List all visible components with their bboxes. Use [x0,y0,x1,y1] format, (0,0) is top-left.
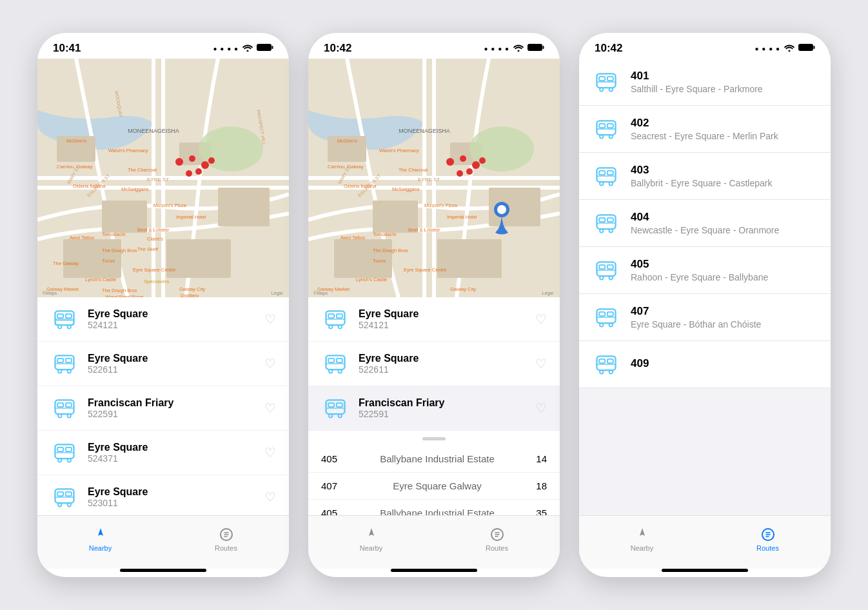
departure-item[interactable]: 407 Eyre Square Galway 18 [308,473,560,500]
stop-name: Eyre Square [88,442,255,453]
svg-rect-142 [328,359,334,362]
wifi-icon [784,44,794,54]
route-info: 404 Newcastle - Eyre Square - Oranmore [631,211,818,235]
route-number: 409 [631,357,818,370]
svg-text:Claire's: Claire's [147,236,163,242]
svg-rect-61 [66,359,72,362]
svg-rect-53 [57,314,63,318]
svg-text:Awol Tattoo: Awol Tattoo [70,235,95,241]
svg-rect-192 [599,359,605,363]
route-info: 409 [631,357,818,371]
svg-point-182 [600,276,603,279]
time-1: 10:41 [53,42,81,55]
favorite-button[interactable]: ♡ [264,489,276,505]
svg-point-111 [457,170,463,177]
tab-nearby-label: Nearby [631,544,653,552]
svg-text:Legal: Legal [542,291,554,296]
stop-item[interactable]: Eyre Square 524121 ♡ [37,297,289,342]
favorite-button[interactable]: ♡ [264,311,276,327]
favorite-button[interactable]: ♡ [264,445,276,460]
svg-rect-149 [337,403,342,407]
route-item[interactable]: 404 Newcastle - Eyre Square - Oranmore [579,200,831,247]
status-icons-1: ● ● ● ● [213,43,274,54]
map-1[interactable]: MONEENAGEISHA EYRE ST EGLINTON ST MARY S… [37,59,289,297]
route-item[interactable]: 407 Eyre Square - Bóthar an Chóiste [579,294,831,341]
stop-item[interactable]: Franciscan Friary 522591 ♡ [37,386,289,431]
tab-routes[interactable]: Routes [434,527,560,558]
stop-item[interactable]: Eyre Square 524371 ♡ [37,431,289,475]
favorite-button[interactable]: ♡ [535,400,547,416]
svg-text:EYRE ST: EYRE ST [147,177,169,182]
svg-text:Awol Tattoo: Awol Tattoo [340,235,366,241]
stop-item[interactable]: Eyre Square 522611 ♡ [37,342,289,386]
route-item[interactable]: 402 Seacrest - Eyre Square - Merlin Park [579,106,831,153]
svg-point-110 [466,168,473,175]
svg-point-170 [600,182,603,185]
svg-point-150 [329,414,332,417]
bus-icon [50,438,79,467]
svg-point-159 [609,88,613,91]
stop-name: Eyre Square [88,353,255,364]
route-number: 402 [631,117,818,130]
svg-point-177 [609,229,613,232]
stop-item[interactable]: Eyre Square 523011 ♡ [37,475,289,515]
svg-text:Tomodachi: Tomodachi [102,231,126,237]
svg-rect-187 [607,312,613,316]
route-item[interactable]: 405 Rahoon - Eyre Square - Ballybane [579,247,831,294]
svg-text:Lynch's Castle: Lynch's Castle [85,277,116,282]
tab-nearby[interactable]: Nearby [308,527,434,558]
stop-id: 522591 [359,409,526,419]
route-item[interactable]: 409 [579,341,831,388]
stop-item-selected[interactable]: Franciscan Friary 522591 ♡ [308,386,560,431]
svg-text:Carnlou, Galway: Carnlou, Galway [328,164,364,170]
svg-text:MONEENAGEISHA: MONEENAGEISHA [399,128,450,134]
stop-name: Franciscan Friary [88,397,255,409]
svg-text:Wood Fired Pizza: Wood Fired Pizza [105,294,144,297]
svg-rect-12 [166,239,231,278]
bus-icon [592,350,620,379]
svg-rect-10 [218,188,270,226]
tab-nearby[interactable]: Nearby [37,527,163,558]
svg-text:The Charcoal: The Charcoal [399,167,428,173]
map-2[interactable]: MONEENAGEISHA EYRE ST EGLINTON ST MARY S… [308,59,560,297]
favorite-button[interactable]: ♡ [535,356,547,371]
stop-name: Eyre Square [359,353,526,364]
favorite-button[interactable]: ♡ [264,356,276,371]
svg-point-25 [208,157,215,164]
departure-destination: Ballybane Industrial Estate [347,453,528,464]
bus-icon [592,115,620,143]
stop-item[interactable]: Eyre Square 522611 ♡ [308,342,560,386]
stop-name: Eyre Square [88,308,255,320]
tab-nearby-label: Nearby [89,544,112,552]
tab-routes[interactable]: Routes [163,527,289,558]
svg-rect-163 [607,124,613,128]
phone-2: 10:42 ● ● ● ● [308,33,560,577]
svg-point-164 [600,135,603,138]
stop-list-2: Eyre Square 524121 ♡ Eyre Square 522611 [308,297,560,515]
stop-item[interactable]: Eyre Square 524121 ♡ [308,297,560,342]
routes-list: 401 Salthill - Eyre Square - Parkmore 40… [579,59,831,515]
svg-rect-162 [599,124,605,128]
stop-id: 524121 [88,320,255,330]
tab-routes[interactable]: Routes [705,527,831,558]
departure-item[interactable]: 405 Ballybane Industrial Estate 14 [308,446,560,473]
tab-bar-1: Nearby Routes [37,515,289,569]
nearby-icon [93,527,108,542]
route-item[interactable]: 401 Salthill - Eyre Square - Parkmore [579,59,831,106]
nearby-icon [364,527,379,542]
stop-info: Eyre Square 523011 [88,486,255,508]
departure-route: 407 [321,480,347,491]
tab-routes-label: Routes [215,544,237,552]
svg-point-139 [339,325,342,328]
route-number: 407 [631,305,818,318]
svg-point-69 [68,414,71,417]
tab-nearby[interactable]: Nearby [579,527,705,558]
route-item[interactable]: 403 Ballybrit - Eyre Square - Castlepark [579,153,831,200]
home-indicator [662,569,748,572]
favorite-button[interactable]: ♡ [264,400,276,416]
stop-id: 523011 [88,498,255,508]
departure-time: 18 [528,480,547,491]
favorite-button[interactable]: ♡ [535,311,547,327]
bus-icon [321,349,350,378]
departure-item[interactable]: 405 Ballybane Industrial Estate 35 [308,500,560,515]
